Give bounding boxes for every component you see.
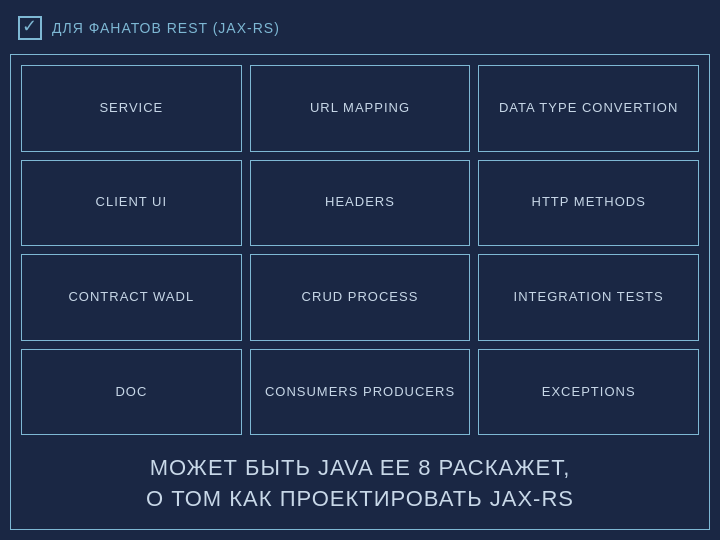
grid-cell-headers[interactable]: HEADERS [250, 160, 471, 247]
grid-cell-crud-process[interactable]: CRUD PROCESS [250, 254, 471, 341]
grid-cell-label-doc: DOC [115, 384, 147, 401]
grid-cell-exceptions[interactable]: EXCEPTIONS [478, 349, 699, 436]
footer-text: МОЖЕТ БЫТЬ JAVA EE 8 РАСКАЖЕТ, О ТОМ КАК… [21, 443, 699, 519]
grid-cell-label-headers: HEADERS [325, 194, 395, 211]
app-container: ДЛЯ ФАНАТОВ REST (JAX-RS) SERVICEURL MAP… [0, 0, 720, 540]
grid-cell-data-type-convertion[interactable]: DATA TYPE CONVERTION [478, 65, 699, 152]
grid-cell-contract-wadl[interactable]: CONTRACT WADL [21, 254, 242, 341]
header: ДЛЯ ФАНАТОВ REST (JAX-RS) [10, 10, 710, 46]
grid-cell-doc[interactable]: DOC [21, 349, 242, 436]
grid-cell-client-ui[interactable]: CLIENT UI [21, 160, 242, 247]
grid-cell-label-contract-wadl: CONTRACT WADL [68, 289, 194, 306]
grid-cell-http-methods[interactable]: HTTP METHODS [478, 160, 699, 247]
checkbox-icon [18, 16, 42, 40]
grid-cell-label-data-type-convertion: DATA TYPE CONVERTION [499, 100, 678, 117]
grid-cell-label-client-ui: CLIENT UI [96, 194, 168, 211]
grid-section: SERVICEURL MAPPINGDATA TYPE CONVERTIONCL… [21, 65, 699, 435]
main-panel: SERVICEURL MAPPINGDATA TYPE CONVERTIONCL… [10, 54, 710, 530]
grid-cell-label-crud-process: CRUD PROCESS [302, 289, 419, 306]
header-title: ДЛЯ ФАНАТОВ REST (JAX-RS) [52, 20, 280, 36]
grid-cell-label-exceptions: EXCEPTIONS [542, 384, 636, 401]
grid-cell-url-mapping[interactable]: URL MAPPING [250, 65, 471, 152]
footer-line1: МОЖЕТ БЫТЬ JAVA EE 8 РАСКАЖЕТ, [21, 453, 699, 484]
grid-cell-consumers-producers[interactable]: CONSUMERS PRODUCERS [250, 349, 471, 436]
grid-cell-integration-tests[interactable]: INTEGRATION TESTS [478, 254, 699, 341]
footer-line2: О ТОМ КАК ПРОЕКТИРОВАТЬ JAX-RS [21, 484, 699, 515]
grid-cell-label-consumers-producers: CONSUMERS PRODUCERS [265, 384, 455, 401]
grid-cell-label-http-methods: HTTP METHODS [532, 194, 646, 211]
grid-cell-label-service: SERVICE [99, 100, 163, 117]
grid-cell-label-url-mapping: URL MAPPING [310, 100, 410, 117]
grid-cell-service[interactable]: SERVICE [21, 65, 242, 152]
grid-cell-label-integration-tests: INTEGRATION TESTS [514, 289, 664, 306]
